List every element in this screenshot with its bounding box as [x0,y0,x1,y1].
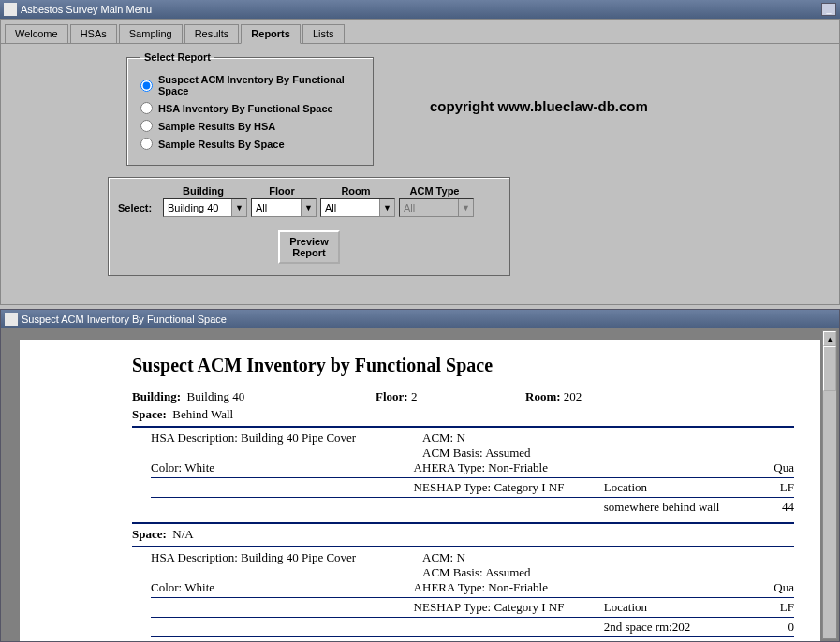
chevron-down-icon[interactable]: ▼ [301,199,316,216]
lbl-basis2: ACM Basis: [422,565,483,579]
main-titlebar: Asbestos Survey Main Menu _ [0,0,840,19]
tab-hsas[interactable]: HSAs [70,24,117,44]
combo-room[interactable]: All ▼ [320,198,395,217]
lbl-space: Space: [132,407,167,421]
val-neshap2: Category I NF [494,600,564,614]
radio-sample-space-input[interactable] [140,138,153,150]
lbl-neshap2: NESHAP Type: [414,600,492,614]
app-icon [4,3,17,16]
chevron-down-icon[interactable]: ▼ [231,199,246,216]
radio-suspect-acm-input[interactable] [140,80,153,92]
radio-hsa-inv-input[interactable] [140,102,153,114]
lbl-lf2: LF [780,600,794,614]
val-building: Building 40 [187,389,245,403]
hdr-building: Building [161,185,245,197]
lbl-floor: Floor: [376,389,408,403]
summary-label: Summary for Thermal System Insulation [540,639,740,641]
select-report-group: Select Report Suspect ACM Inventory By F… [126,51,374,166]
tab-reports[interactable]: Reports [241,24,301,44]
combo-acmtype-value: All [404,202,415,213]
hdr-room: Room [318,185,393,197]
report-title: Suspect ACM Inventory by Functional Spac… [132,355,794,376]
report-icon [5,313,18,326]
scroll-up-button[interactable]: ▴ [823,331,836,346]
copyright-text: copyright www.blueclaw-db.com [430,98,648,114]
radio-hsa-inv[interactable]: HSA Inventory By Functional Space [140,102,360,114]
tab-results[interactable]: Results [184,24,240,44]
lbl-qua2: Qua [774,580,794,594]
combo-floor-value: All [256,202,267,213]
radio-sample-space[interactable]: Sample Results By Space [140,138,360,150]
report-page: Suspect ACM Inventory by Functional Spac… [20,340,820,641]
lbl-acm: ACM: [422,430,453,445]
combo-building[interactable]: Building 40 ▼ [163,198,247,217]
tab-strip: Welcome HSAs Sampling Results Reports Li… [1,20,839,43]
lbl-location: Location [604,480,647,494]
lbl-neshap: NESHAP Type: [414,480,492,494]
radio-sample-hsa-label: Sample Results By HSA [158,121,275,132]
val-floor: 2 [411,389,418,403]
lbl-color2: Color: [151,580,182,594]
val-hsa2: Building 40 Pipe Cover [241,550,356,564]
combo-acmtype: All ▼ [399,198,474,217]
radio-sample-hsa[interactable]: Sample Results By HSA [140,120,360,132]
radio-hsa-inv-label: HSA Inventory By Functional Space [158,103,333,114]
val-ahera: Non-Friable [488,460,548,474]
val-location: somewhere behind wall [604,500,719,514]
combo-building-value: Building 40 [168,202,218,213]
lbl-qua: Qua [774,460,794,474]
hdr-acmtype: ACM Type [397,185,472,197]
tab-welcome[interactable]: Welcome [5,24,68,44]
radio-sample-hsa-input[interactable] [140,120,153,132]
report-viewport: Suspect ACM Inventory by Functional Spac… [1,328,839,641]
report-window-title: Suspect ACM Inventory By Functional Spac… [22,314,227,325]
lbl-building: Building: [132,389,181,403]
combo-floor[interactable]: All ▼ [251,198,317,217]
chevron-down-icon[interactable]: ▼ [379,199,394,216]
combo-room-value: All [325,202,336,213]
val-lf: 44 [782,500,794,514]
tab-sampling[interactable]: Sampling [119,24,183,44]
val-color2: White [184,580,214,594]
lbl-room: Room: [525,389,561,403]
val-location2: 2nd space rm:202 [604,620,690,634]
lbl-location2: Location [604,600,647,614]
val-ahera2: Non-Friable [488,580,548,594]
lbl-basis: ACM Basis: [422,445,483,460]
val-space2: N/A [172,527,193,541]
select-label: Select: [118,202,159,213]
lbl-color: Color: [151,460,182,474]
val-room: 202 [564,389,582,403]
lbl-hsa: HSA Description: [151,430,238,445]
report-window: Suspect ACM Inventory By Functional Spac… [0,309,840,642]
window-title: Asbestos Survey Main Menu [21,4,152,15]
val-space: Behind Wall [172,407,233,421]
scroll-thumb[interactable] [823,346,836,391]
tab-lists[interactable]: Lists [302,24,345,44]
radio-sample-space-label: Sample Results By Space [158,139,285,150]
hdr-floor: Floor [249,185,315,197]
vertical-scrollbar[interactable]: ▴ [822,330,837,639]
val-basis2: Assumed [485,565,530,579]
chevron-down-icon: ▼ [458,199,473,216]
preview-report-button[interactable]: Preview Report [278,230,340,264]
radio-suspect-acm[interactable]: Suspect ACM Inventory By Functional Spac… [140,74,360,96]
lbl-ahera: AHERA Type: [414,460,486,474]
lbl-lf: LF [780,480,794,494]
val-acm: N [456,430,464,445]
lbl-acm2: ACM: [422,550,453,564]
val-basis: Assumed [485,445,530,460]
val-color: White [184,460,214,474]
minimize-button[interactable]: _ [821,3,836,16]
summary-value: 44 [782,639,794,641]
val-lf2: 0 [788,620,795,634]
select-report-legend: Select Report [140,51,214,63]
main-app-frame: Welcome HSAs Sampling Results Reports Li… [0,19,840,305]
select-filters-group: Building Floor Room ACM Type Select: Bui… [108,177,510,276]
lbl-hsa2: HSA Description: [151,550,238,564]
lbl-ahera2: AHERA Type: [414,580,486,594]
radio-suspect-acm-label: Suspect ACM Inventory By Functional Spac… [158,74,360,96]
lbl-space2: Space: [132,527,167,541]
reports-panel: Select Report Suspect ACM Inventory By F… [1,43,839,301]
report-titlebar: Suspect ACM Inventory By Functional Spac… [1,310,839,328]
